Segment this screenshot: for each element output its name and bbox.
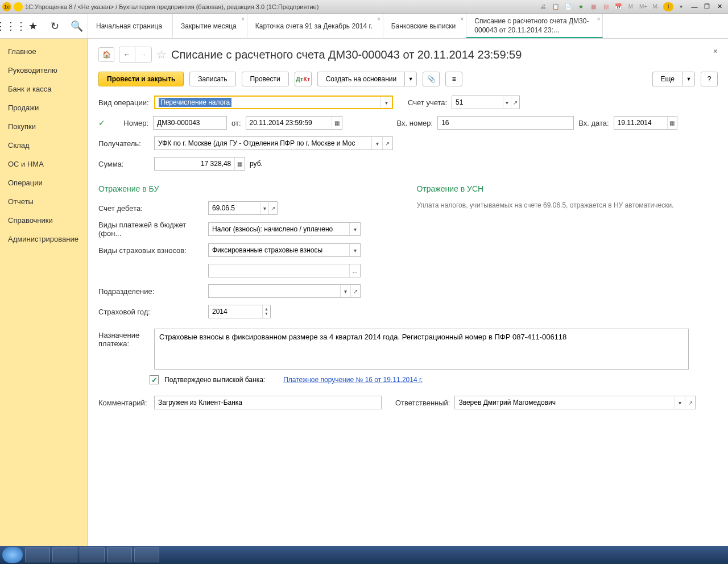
calculator-icon[interactable]: ▦ bbox=[234, 157, 245, 170]
debit-account-input[interactable]: ▾ ↗ bbox=[208, 201, 278, 215]
subdivision-input[interactable]: ▾ ↗ bbox=[208, 284, 361, 298]
tool-m1[interactable]: M bbox=[626, 2, 636, 11]
back-button[interactable]: ← bbox=[119, 47, 135, 62]
tool-fav-icon[interactable]: ★ bbox=[576, 2, 586, 11]
payment-types-field[interactable] bbox=[209, 223, 349, 235]
open-icon[interactable]: ↗ bbox=[350, 285, 360, 297]
open-icon[interactable]: ↗ bbox=[511, 96, 519, 109]
number-field[interactable] bbox=[154, 117, 226, 129]
task-item[interactable] bbox=[52, 548, 77, 562]
in-date-input[interactable]: ▦ bbox=[614, 116, 677, 130]
sidebar-item-reports[interactable]: Отчеты bbox=[0, 192, 88, 211]
close-page-button[interactable]: × bbox=[713, 47, 718, 56]
sidebar-item-admin[interactable]: Администрирование bbox=[0, 230, 88, 248]
tab-month-close[interactable]: Закрытие месяца× bbox=[173, 14, 247, 38]
save-button[interactable]: Записать bbox=[189, 72, 235, 86]
spinner-icon[interactable]: ▲▼ bbox=[262, 305, 270, 318]
insurance-types-field[interactable] bbox=[209, 244, 349, 256]
responsible-field[interactable] bbox=[455, 396, 674, 409]
comment-field[interactable] bbox=[155, 396, 381, 409]
create-based-button[interactable]: Создать на основании bbox=[317, 72, 405, 86]
in-date-field[interactable] bbox=[614, 117, 667, 129]
extra-input[interactable]: … bbox=[208, 264, 361, 277]
task-item[interactable] bbox=[107, 548, 132, 562]
more-button[interactable]: Еще bbox=[652, 72, 682, 86]
payment-order-link[interactable]: Платежное поручение № 16 от 19.11.2014 г… bbox=[283, 376, 423, 384]
account-input[interactable]: ▾ ↗ bbox=[452, 96, 520, 109]
extra-field[interactable] bbox=[209, 264, 349, 277]
more-icon[interactable]: … bbox=[349, 264, 360, 277]
comment-input[interactable] bbox=[154, 396, 382, 409]
dropdown-icon[interactable]: ▾ bbox=[349, 244, 360, 256]
sum-field[interactable] bbox=[155, 157, 234, 170]
task-item[interactable] bbox=[25, 548, 50, 562]
in-number-input[interactable] bbox=[437, 116, 574, 130]
sidebar-item-bank[interactable]: Банк и касса bbox=[0, 80, 88, 98]
task-item[interactable] bbox=[134, 548, 159, 562]
tab-account-card[interactable]: Карточка счета 91 за Декабрь 2014 г.× bbox=[247, 14, 383, 38]
close-button[interactable]: ✕ bbox=[713, 2, 726, 11]
minimize-button[interactable]: — bbox=[688, 2, 701, 11]
sidebar-item-refs[interactable]: Справочники bbox=[0, 211, 88, 230]
tool-doc-icon[interactable]: 📄 bbox=[563, 2, 573, 11]
dropdown-icon[interactable]: ▾ bbox=[371, 137, 382, 150]
attachments-button[interactable]: 📎 bbox=[423, 72, 440, 86]
post-and-close-button[interactable]: Провести и закрыть bbox=[98, 72, 184, 86]
sidebar-item-operations[interactable]: Операции bbox=[0, 173, 88, 192]
debit-account-field[interactable] bbox=[209, 202, 260, 214]
recipient-field[interactable] bbox=[155, 137, 371, 150]
dropdown-icon[interactable]: ▾ bbox=[675, 396, 685, 409]
tool-grid-icon[interactable]: ▤ bbox=[601, 2, 611, 11]
confirmed-checkbox[interactable]: ✓ bbox=[150, 375, 159, 384]
post-button[interactable]: Провести bbox=[242, 72, 289, 86]
tool-info-icon[interactable]: i bbox=[663, 2, 673, 11]
dropdown-icon[interactable]: ▾ bbox=[260, 202, 268, 214]
insurance-types-input[interactable]: ▾ bbox=[208, 243, 361, 257]
tab-close-icon[interactable]: × bbox=[377, 16, 380, 22]
tab-bank-statements[interactable]: Банковские выписки× bbox=[383, 14, 467, 38]
favorite-icon[interactable]: ★ bbox=[26, 19, 40, 34]
in-number-field[interactable] bbox=[438, 117, 573, 129]
history-icon[interactable]: ↻ bbox=[47, 19, 62, 34]
search-icon[interactable]: 🔍 bbox=[69, 19, 84, 34]
open-icon[interactable]: ↗ bbox=[685, 396, 695, 409]
recipient-input[interactable]: ▾ ↗ bbox=[154, 136, 393, 150]
more-dropdown[interactable]: ▼ bbox=[682, 72, 695, 86]
titlebar-dropdown-icon[interactable] bbox=[14, 2, 23, 11]
operation-type-input[interactable]: Перечисление налога ▾ bbox=[154, 96, 393, 109]
sidebar-item-purchases[interactable]: Покупки bbox=[0, 117, 88, 136]
dropdown-icon[interactable]: ▾ bbox=[349, 223, 360, 235]
home-button[interactable]: 🏠 bbox=[98, 47, 114, 62]
create-based-dropdown[interactable]: ▼ bbox=[404, 72, 417, 86]
sum-input[interactable]: ▦ bbox=[154, 157, 245, 171]
sidebar-item-main[interactable]: Главное bbox=[0, 42, 88, 61]
maximize-button[interactable]: ❐ bbox=[701, 2, 713, 11]
dropdown-icon[interactable]: ▾ bbox=[380, 97, 392, 108]
open-icon[interactable]: ↗ bbox=[268, 202, 277, 214]
calendar-icon[interactable]: ▦ bbox=[667, 117, 677, 129]
help-button[interactable]: ? bbox=[701, 72, 718, 86]
account-field[interactable] bbox=[452, 96, 503, 109]
star-icon[interactable]: ☆ bbox=[156, 48, 167, 61]
sidebar-item-manager[interactable]: Руководителю bbox=[0, 61, 88, 80]
insurance-year-field[interactable] bbox=[209, 305, 262, 318]
tool-copy-icon[interactable]: 📋 bbox=[551, 2, 561, 11]
responsible-input[interactable]: ▾ ↗ bbox=[454, 396, 696, 409]
start-button[interactable] bbox=[2, 547, 23, 563]
tab-debit[interactable]: Списание с расчетного счета ДМ30-000043 … bbox=[466, 14, 603, 38]
sidebar-item-warehouse[interactable]: Склад bbox=[0, 136, 88, 155]
apps-icon[interactable]: ⋮⋮⋮ bbox=[3, 19, 18, 34]
purpose-textarea[interactable] bbox=[154, 329, 689, 370]
dtk-button[interactable]: ДтКт bbox=[295, 72, 312, 86]
sidebar-item-sales[interactable]: Продажи bbox=[0, 98, 88, 117]
dropdown-icon[interactable]: ▾ bbox=[503, 96, 511, 109]
tool-down-icon[interactable]: ▾ bbox=[676, 2, 686, 11]
tool-m2[interactable]: M+ bbox=[638, 2, 648, 11]
date-from-field[interactable] bbox=[246, 117, 332, 129]
payment-types-input[interactable]: ▾ bbox=[208, 222, 361, 236]
tool-cal-icon[interactable]: 📅 bbox=[613, 2, 623, 11]
forward-button[interactable]: → bbox=[135, 47, 151, 62]
date-from-input[interactable]: ▦ bbox=[246, 116, 342, 130]
subdivision-field[interactable] bbox=[209, 285, 340, 297]
number-input[interactable] bbox=[153, 116, 227, 130]
